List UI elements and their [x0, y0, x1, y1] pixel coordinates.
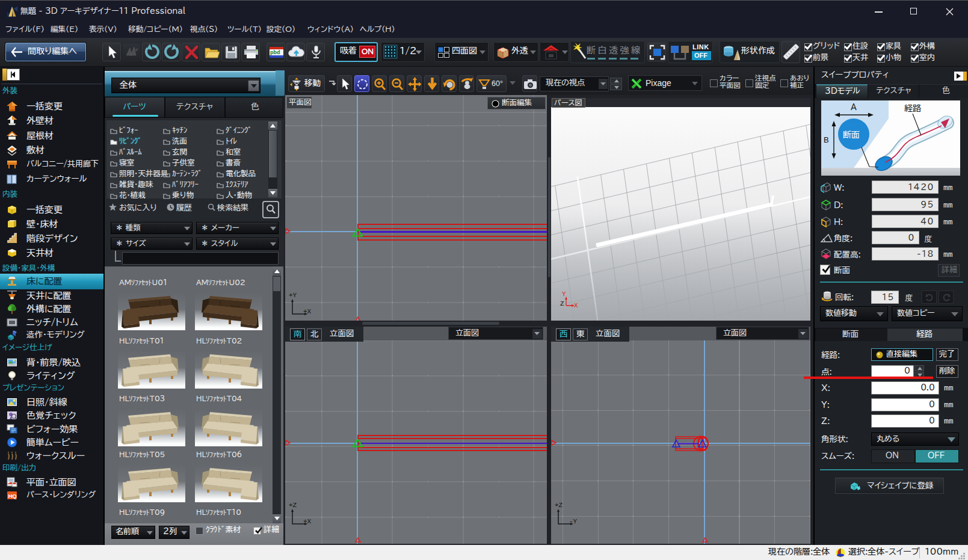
svg-text:A: A	[851, 103, 857, 111]
svg-text:B: B	[824, 136, 829, 144]
svg-text:pbd: pbd	[270, 49, 280, 55]
svg-text:HQ: HQ	[8, 493, 17, 499]
svg-text:経路: 経路	[904, 104, 921, 112]
svg-text:断面: 断面	[843, 131, 860, 139]
